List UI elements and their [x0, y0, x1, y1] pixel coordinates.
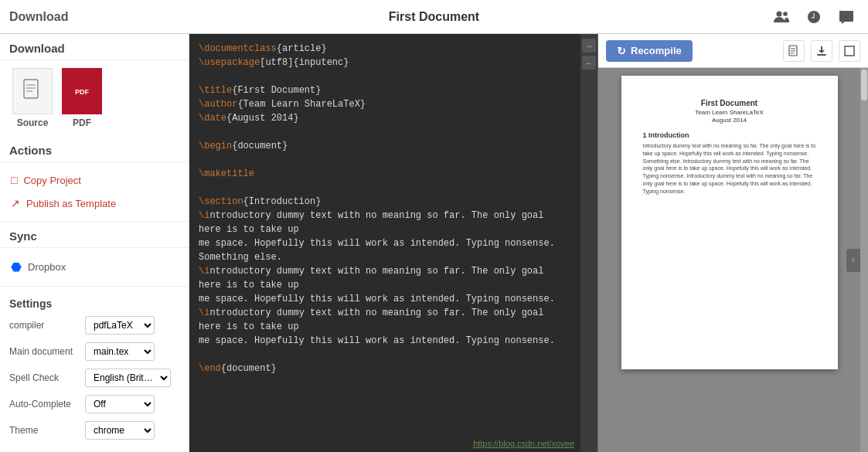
svg-rect-2	[24, 80, 38, 98]
top-bar-actions	[769, 5, 859, 29]
main-doc-select[interactable]: main.tex	[85, 342, 155, 361]
preview-section-title: 1 Introduction	[643, 131, 816, 139]
autocomplete-select[interactable]: Off On	[85, 395, 155, 413]
source-download-item[interactable]: Source	[12, 68, 53, 128]
pdf-download-item[interactable]: PDF PDF	[62, 68, 102, 128]
publish-icon: ↗	[11, 197, 20, 209]
editor-area: \documentclass{article} \usepackage[utf8…	[189, 34, 580, 452]
code-line: me space. Hopefully this will work as in…	[199, 236, 571, 264]
source-icon	[12, 68, 53, 114]
spell-check-label: Spell Check	[9, 372, 79, 383]
expand-left-btn[interactable]: ←	[582, 56, 596, 70]
code-line: me space. Hopefully this will work as in…	[199, 334, 571, 348]
dropbox-label: Dropbox	[28, 261, 66, 273]
top-bar: Download First Document	[0, 0, 868, 34]
refresh-icon: ↻	[617, 45, 626, 57]
code-line	[199, 153, 571, 167]
publish-template-item[interactable]: ↗ Publish as Template	[0, 192, 189, 215]
pdf-label: PDF	[73, 117, 91, 128]
settings-section: Settings compiler pdfLaTeX LuaLaTeX XeLa…	[0, 287, 189, 452]
preview-expand-icon[interactable]	[839, 40, 860, 62]
theme-row: Theme chrome monokai default	[9, 421, 179, 440]
dropbox-item[interactable]: ⬣ Dropbox	[0, 254, 189, 280]
autocomplete-label: Auto-Complete	[9, 399, 79, 410]
svg-rect-13	[845, 46, 854, 56]
main-doc-label: Main document	[9, 346, 79, 357]
preview-doc-date: August 2014	[643, 117, 816, 124]
svg-rect-12	[817, 54, 826, 56]
recompile-button[interactable]: ↻ Recompile	[606, 40, 693, 62]
code-line	[199, 348, 571, 362]
preview-doc-area[interactable]: › First Document Team Learn ShareLaTeX A…	[598, 68, 860, 452]
preview-download-icon[interactable]	[811, 40, 832, 62]
copy-project-item[interactable]: □ Copy Project	[0, 168, 189, 192]
main-doc-row: Main document main.tex	[9, 342, 179, 361]
code-line: \end{document}	[199, 362, 571, 376]
copy-project-label: Copy Project	[23, 175, 80, 186]
source-label: Source	[17, 117, 49, 128]
copy-icon: □	[11, 174, 17, 186]
compiler-label: compiler	[9, 320, 79, 331]
history-icon[interactable]	[802, 5, 826, 29]
pdf-icon: PDF	[62, 68, 102, 114]
preview-doc-title: First Document	[643, 99, 816, 107]
code-line	[199, 70, 571, 83]
chat-icon[interactable]	[834, 5, 859, 29]
svg-text:PDF: PDF	[75, 88, 90, 96]
code-line: \usepackage[utf8]{inputenc}	[199, 56, 571, 70]
preview-panel: ↻ Recompile	[597, 34, 868, 452]
download-icons: Source PDF PDF	[0, 60, 189, 136]
preview-section-body: Introductory dummy text with no meaning …	[643, 142, 816, 195]
spell-check-row: Spell Check English (Brit… English (US)	[9, 369, 179, 387]
editor-preview-wrapper: \documentclass{article} \usepackage[utf8…	[189, 34, 868, 452]
theme-label: Theme	[9, 425, 79, 436]
main-layout: Download Source PDF	[0, 34, 868, 452]
sidebar-actions: □ Copy Project ↗ Publish as Template	[0, 162, 189, 222]
document-title: First Document	[389, 10, 479, 24]
compiler-select[interactable]: pdfLaTeX LuaLaTeX XeLaTeX	[85, 316, 155, 335]
publish-template-label: Publish as Template	[26, 198, 116, 209]
code-line: \date{August 2014}	[199, 111, 571, 125]
expand-right-btn[interactable]: →	[582, 39, 596, 53]
code-line	[199, 125, 571, 139]
preview-scroll-btn[interactable]: ›	[846, 249, 860, 272]
code-line	[199, 181, 571, 195]
preview-file-icon[interactable]	[783, 40, 805, 62]
sync-section-title: Sync	[0, 222, 189, 248]
svg-point-0	[777, 11, 782, 16]
code-line: \section{Introduction}	[199, 195, 571, 209]
code-line: \title{First Document}	[199, 83, 571, 97]
code-line: \author{Team Learn ShareLaTeX}	[199, 97, 571, 111]
code-line: \begin{document}	[199, 139, 571, 153]
autocomplete-row: Auto-Complete Off On	[9, 395, 179, 413]
preview-scrollbar[interactable]	[860, 68, 868, 452]
settings-title: Settings	[9, 293, 179, 316]
download-label: Download	[9, 10, 68, 24]
code-line: me space. Hopefully this will work as in…	[199, 292, 571, 306]
code-line: \introductory dummy text with no meaning…	[199, 209, 571, 236]
compiler-row: compiler pdfLaTeX LuaLaTeX XeLaTeX	[9, 316, 179, 335]
code-line: \maketitle	[199, 167, 571, 181]
editor-side-controls: → ←	[580, 34, 597, 452]
editor-content[interactable]: \documentclass{article} \usepackage[utf8…	[189, 34, 580, 435]
theme-select[interactable]: chrome monokai default	[85, 421, 155, 440]
svg-point-1	[783, 12, 788, 16]
download-section-title: Download	[0, 34, 189, 60]
users-icon[interactable]	[769, 5, 794, 29]
preview-toolbar: ↻ Recompile	[598, 34, 868, 68]
actions-section-title: Actions	[0, 136, 189, 162]
bottom-link[interactable]: https://blog.csdn.net/xovee	[473, 439, 574, 448]
preview-area-wrapper: › First Document Team Learn ShareLaTeX A…	[598, 68, 868, 452]
recompile-label: Recompile	[631, 45, 682, 56]
bottom-bar: https://blog.csdn.net/xovee	[189, 435, 580, 452]
spell-check-select[interactable]: English (Brit… English (US)	[85, 369, 171, 387]
sync-section: ⬣ Dropbox	[0, 248, 189, 287]
code-line: \introductory dummy text with no meaning…	[199, 306, 571, 334]
preview-page: First Document Team Learn ShareLaTeX Aug…	[621, 76, 838, 369]
code-line: \introductory dummy text with no meaning…	[199, 264, 571, 292]
scrollbar-thumb[interactable]	[861, 70, 867, 100]
dropbox-icon: ⬣	[11, 260, 22, 274]
sidebar: Download Source PDF	[0, 34, 189, 452]
code-line: \documentclass{article}	[199, 42, 571, 56]
preview-doc-author: Team Learn ShareLaTeX	[643, 109, 816, 116]
